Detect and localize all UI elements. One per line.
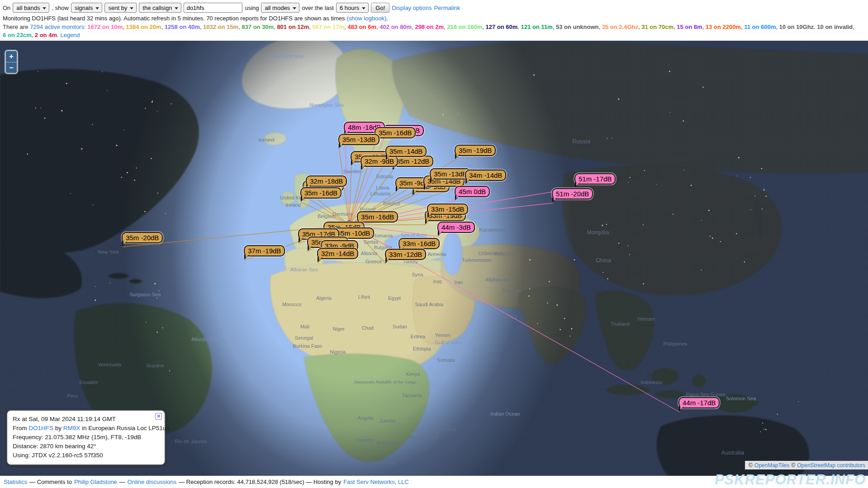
reception-balloon[interactable]: 37m -19dB — [244, 245, 285, 256]
reception-balloon[interactable]: 35m -16dB — [375, 127, 416, 138]
active-monitors-link[interactable]: 7294 active monitors — [30, 24, 84, 30]
band-count: 1032 on 15m — [203, 24, 238, 30]
show-logbook-link[interactable]: (show logbook) — [346, 15, 386, 22]
band-count: 11 on 600m — [744, 24, 776, 30]
hosting-link[interactable]: Fast Serv Networks, LLC — [343, 479, 409, 485]
popup-frequency: Frequency: 21.075.382 MHz (15m), FT8, -1… — [13, 433, 159, 442]
callsign-input[interactable] — [184, 3, 242, 13]
reception-balloon[interactable]: 35m -16dB — [357, 211, 398, 223]
reception-balloon[interactable]: 32m -14dB — [317, 248, 358, 259]
what-select[interactable]: signals — [71, 3, 102, 13]
reception-balloon[interactable]: 32m -9dB — [360, 156, 398, 167]
reception-balloon[interactable]: 35m -12dB — [392, 156, 433, 167]
reception-balloon[interactable]: 34m -14dB — [465, 170, 506, 181]
show-label: , show — [52, 5, 69, 11]
reception-balloon[interactable]: 35m -13dB — [338, 134, 379, 145]
direction-select[interactable]: sent by — [104, 3, 137, 13]
reception-balloon[interactable]: 33m -16dB — [398, 238, 440, 249]
monitors-prefix: There are — [3, 24, 28, 30]
band-count: 15 on 8m — [677, 24, 702, 30]
active-monitors-row: There are 7294 active monitors: 1672 on … — [0, 22, 868, 30]
statistics-link[interactable]: Statistics — [4, 479, 27, 485]
over-label: over the last — [302, 5, 334, 11]
chevron-down-icon — [130, 7, 133, 9]
status-bar: Statistics — Comments to Philip Gladston… — [0, 476, 868, 488]
reception-balloon[interactable]: 44m -3dB — [437, 222, 475, 233]
monitoring-text: Monitoring DO1HFS (last heard 32 mins ag… — [3, 15, 345, 22]
band-count: 1672 on 10m — [87, 24, 123, 30]
openstreetmap-link[interactable]: OpenStreetMap contributors — [797, 462, 865, 469]
filter-type-select[interactable]: the callsign — [139, 3, 181, 13]
reception-balloon[interactable]: 44m -17dB — [678, 397, 720, 408]
from-callsign-link[interactable]: DO1HFS — [28, 425, 53, 431]
band-count: 10 on invalid — [817, 24, 853, 30]
popup-software: Using: JTDX v2.2.160-rc5 57f350 — [13, 451, 159, 460]
band-count: 216 on 160m — [447, 24, 482, 30]
reception-balloon[interactable]: 32m -18dB — [306, 175, 347, 187]
band-count: 801 on 12m — [277, 24, 309, 30]
band-counts-line2: 6 on 23cm, 2 on 4m. — [3, 32, 60, 38]
chevron-down-icon — [293, 7, 296, 9]
receiver-callsign-link[interactable]: RM9X — [63, 425, 81, 431]
chevron-down-icon — [43, 7, 46, 9]
reception-balloon[interactable]: 35m -20dB — [122, 232, 163, 243]
world-map[interactable]: Greenland SeaNorwegian SeaSargasso SeaAt… — [0, 41, 868, 476]
toolbar: On all bands , show signals sent by the … — [0, 0, 868, 41]
bands-select[interactable]: all bands — [13, 3, 49, 13]
popup-from-line: From DO1HFS by RM9X in European Russia L… — [13, 424, 159, 433]
permalink-link[interactable]: Permalink — [434, 5, 460, 11]
reception-balloon[interactable]: 51m -17dB — [574, 173, 616, 185]
band-counts-row2: 6 on 23cm, 2 on 4m. Legend — [0, 30, 868, 38]
map-attribution: © OpenMapTiles © OpenStreetMap contribut… — [745, 461, 868, 469]
band-count: 837 on 30m — [242, 24, 274, 30]
zoom-in-button[interactable]: + — [6, 51, 17, 62]
signal-ray — [304, 195, 349, 225]
band-count: 6 on 23cm — [3, 32, 32, 38]
zoom-out-button[interactable]: − — [6, 62, 17, 73]
reception-balloon[interactable]: 35m -16dB — [300, 187, 342, 199]
copyright-icon: © — [791, 462, 795, 469]
band-count: 567 on 17m — [312, 24, 344, 30]
display-options-link[interactable]: Display options — [392, 5, 432, 11]
reception-balloon[interactable]: 33m -12dB — [385, 249, 426, 260]
period-select[interactable]: 6 hours — [336, 3, 369, 13]
band-count: 10 on 10Ghz — [779, 24, 814, 30]
band-count: 31 on 70cm — [641, 24, 674, 30]
reception-balloon[interactable]: 35m -19dB — [455, 145, 496, 156]
band-count: 127 on 60m — [486, 24, 518, 30]
reception-balloon[interactable]: 51m -20dB — [552, 188, 593, 199]
using-label: using — [245, 5, 259, 11]
openmaptiles-link[interactable]: OpenMapTiles — [754, 462, 790, 469]
chevron-down-icon — [362, 7, 365, 9]
query-toolbar-row: On all bands , show signals sent by the … — [0, 0, 868, 13]
chevron-down-icon — [95, 7, 99, 9]
band-count: 2 on 4m — [35, 32, 57, 38]
band-count: 35 on 2.4Ghz — [602, 24, 638, 30]
reception-balloon[interactable]: 35m -14dB — [385, 146, 427, 157]
go-button[interactable]: Go! — [371, 3, 389, 13]
monitoring-status-row: Monitoring DO1HFS (last heard 32 mins ag… — [0, 13, 868, 22]
reception-balloon[interactable]: 33m -15dB — [427, 204, 468, 215]
band-count: 298 on 2m — [415, 24, 444, 30]
reception-balloon[interactable]: 45m 0dB — [455, 186, 490, 197]
on-label: On — [3, 5, 10, 11]
map-zoom-control: + − — [5, 50, 18, 74]
popup-distance: Distance: 2870 km bearing 42° — [13, 442, 159, 451]
discussions-link[interactable]: Online discussions — [128, 479, 176, 485]
band-count: 402 on 80m — [379, 24, 412, 30]
band-counts-line1: 1672 on 10m, 1384 on 20m, 1258 on 40m, 1… — [87, 24, 854, 30]
band-count: 483 on 6m — [348, 24, 377, 30]
author-link[interactable]: Philip Gladstone — [74, 479, 117, 485]
reception-report-popup: ✕ Rx at Sat, 09 Mar 2024 11:19:14 GMT Fr… — [6, 410, 166, 465]
band-count: 1258 on 40m — [165, 24, 200, 30]
modes-select[interactable]: all modes — [261, 3, 299, 13]
popup-rx-time: Rx at Sat, 09 Mar 2024 11:19:14 GMT — [13, 415, 159, 424]
close-icon[interactable]: ✕ — [155, 413, 162, 420]
chevron-down-icon — [175, 7, 178, 9]
legend-link[interactable]: Legend — [60, 32, 80, 38]
band-count: 1384 on 20m — [126, 24, 161, 30]
band-count: 53 on unknown — [556, 24, 599, 30]
copyright-icon: © — [749, 462, 753, 469]
band-count: 121 on 11m — [521, 24, 553, 30]
band-count: 13 on 2200m — [706, 24, 741, 30]
